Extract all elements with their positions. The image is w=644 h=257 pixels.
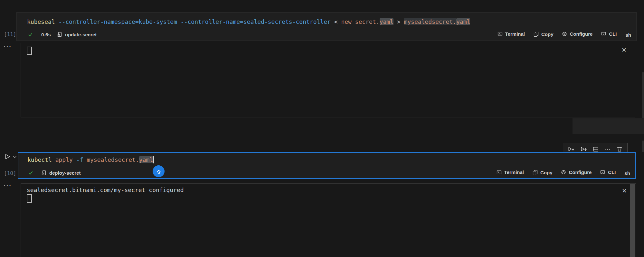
hover-highlight [573, 118, 644, 134]
configure-button[interactable]: Configure [561, 170, 592, 175]
cell1-status-bar: 0.6s update-secret TerminalCopyConfigure… [17, 30, 636, 39]
code-token: yaml [139, 156, 153, 163]
output1-collapse-icon[interactable]: ··· [4, 45, 12, 48]
cli-button[interactable]: CLI [600, 170, 616, 175]
terminal-icon [497, 31, 503, 36]
chevron-down-icon [13, 155, 17, 159]
cell1-output: ✕ [21, 43, 635, 117]
suggestion-badge[interactable] [153, 165, 165, 177]
output-scrollbar-thumb[interactable] [630, 184, 635, 257]
action-label: Terminal [504, 170, 524, 175]
cli-bolt-icon [601, 31, 606, 36]
code-token: kubectl [27, 156, 52, 163]
cell2-status-bar: deploy-secret TerminalCopyConfigureCLIsh [18, 168, 635, 178]
close-output-icon[interactable]: ✕ [622, 188, 627, 194]
code-token: yaml [456, 18, 470, 25]
cell2-actions: TerminalCopyConfigureCLIsh [488, 170, 630, 176]
arrow-up-badge-icon [156, 169, 161, 174]
copy-icon [534, 32, 539, 37]
run-cell-button[interactable] [4, 153, 17, 160]
code-token: < [331, 18, 341, 25]
action-label: Copy [541, 32, 554, 37]
code-token: kubeseal [27, 18, 55, 25]
text-cursor [153, 156, 154, 163]
action-label: Configure [570, 31, 592, 37]
code-token: mysealedsecret. [404, 18, 456, 25]
cell2-code-line[interactable]: kubectl apply -f mysealedsecret.yaml [27, 156, 154, 164]
action-label: sh [625, 32, 631, 38]
code-token: --controller-name=sealed-secrets-control… [181, 18, 331, 25]
cell2-output: sealedsecret.bitnami.com/my-secret confi… [21, 183, 636, 257]
copy-icon [533, 170, 538, 175]
cell1-code-line[interactable]: kubeseal --controller-namespace=kube-sys… [27, 18, 470, 26]
overview-ruler-mark[interactable] [642, 141, 644, 152]
execution-count-cell2: [10] [4, 170, 16, 176]
code-token: > [393, 18, 404, 25]
language-picker[interactable]: sh [625, 32, 631, 38]
action-label: Terminal [505, 31, 525, 37]
code-cell-deploy-secret[interactable]: kubectl apply -f mysealedsecret.yaml dep… [18, 152, 636, 179]
overview-ruler-mark[interactable] [642, 72, 644, 118]
action-label: Configure [569, 170, 592, 175]
close-output-icon[interactable]: ✕ [621, 47, 627, 53]
output2-collapse-icon[interactable]: ··· [4, 184, 12, 187]
go-to-file-icon [57, 32, 62, 37]
code-token: --controller-namespace=kube-system [59, 18, 177, 25]
configure-button[interactable]: Configure [562, 31, 592, 37]
cell-name-label: deploy-secret [49, 170, 81, 176]
go-to-file-icon [42, 170, 47, 175]
code-token: mysealedsecret. [83, 156, 139, 163]
code-token: new_secret. [341, 18, 379, 25]
action-label: CLI [609, 31, 617, 37]
terminal-block-cursor [27, 194, 32, 203]
language-picker[interactable]: sh [624, 170, 630, 176]
cli-button[interactable]: CLI [601, 31, 617, 37]
code-token: yaml [380, 18, 393, 25]
action-label: sh [624, 170, 630, 176]
notebook-editor: [11] kubeseal --controller-namespace=kub… [0, 0, 644, 257]
code-token: -f [73, 156, 83, 163]
terminal-button[interactable]: Terminal [497, 31, 525, 37]
terminal-button[interactable]: Terminal [497, 170, 524, 175]
check-icon [28, 32, 33, 37]
cell-name-label: update-secret [65, 32, 97, 37]
cell1-actions: TerminalCopyConfigureCLIsh [489, 31, 631, 38]
copy-button[interactable]: Copy [534, 32, 554, 37]
code-token [55, 18, 59, 25]
code-token [177, 18, 181, 25]
check-icon [28, 170, 33, 175]
output-text: sealedsecret.bitnami.com/my-secret confi… [27, 186, 184, 194]
cli-bolt-icon [600, 170, 605, 175]
gear-icon [561, 170, 566, 175]
terminal-block-cursor [27, 47, 32, 55]
action-label: Copy [540, 170, 553, 175]
execution-count-cell1: [11] [4, 31, 16, 37]
copy-button[interactable]: Copy [533, 170, 553, 175]
code-token: apply [52, 156, 73, 163]
code-cell-update-secret[interactable]: kubeseal --controller-namespace=kube-sys… [16, 12, 637, 41]
execution-duration: 0.6s [41, 32, 51, 37]
gear-icon [562, 31, 567, 36]
action-label: CLI [608, 170, 616, 175]
terminal-icon [497, 170, 502, 175]
play-icon [4, 153, 11, 160]
